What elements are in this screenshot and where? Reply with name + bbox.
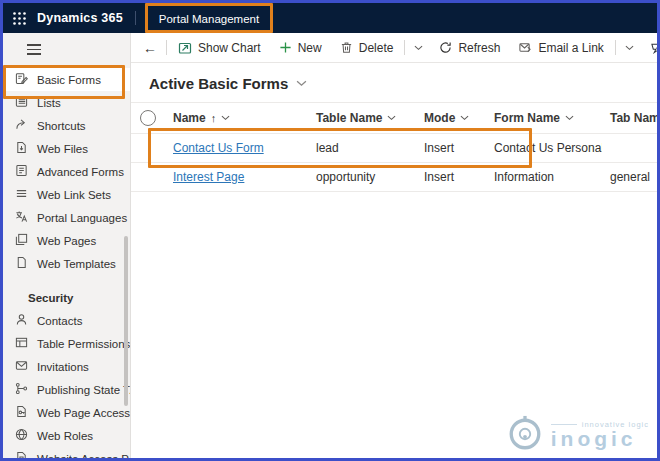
select-all-checkbox[interactable]: [140, 110, 156, 126]
sidebar-item-label: Advanced Forms: [37, 166, 124, 178]
sidebar-item-label: Web Page Access ...: [37, 407, 131, 419]
toolbar-divider: [615, 40, 616, 55]
delete-dropdown-chevron[interactable]: [407, 33, 430, 62]
app-title[interactable]: Dynamics 365: [37, 11, 123, 25]
page-title: Active Basic Forms: [149, 75, 288, 92]
new-button[interactable]: New: [270, 33, 331, 62]
sidebar-item-web-link-sets[interactable]: Web Link Sets: [3, 183, 130, 206]
page-key-icon: [15, 405, 28, 420]
sidebar-item-label: Contacts: [37, 315, 82, 327]
translate-icon: [15, 210, 28, 225]
sidebar-item-label: Publishing State T...: [37, 384, 131, 396]
flow-button[interactable]: Flow: [641, 33, 657, 62]
cell-form-name: Contact Us Personal ...: [486, 141, 602, 155]
sidebar-item-invitations[interactable]: Invitations: [3, 355, 130, 378]
table-row[interactable]: Interest Page opportunity Insert Informa…: [131, 163, 657, 192]
sidebar-item-label: Lists: [37, 97, 61, 109]
sidebar-item-web-pages[interactable]: Web Pages: [3, 229, 130, 252]
show-chart-label: Show Chart: [198, 41, 261, 55]
sidebar-item-label: Web Templates: [37, 258, 116, 270]
command-bar: ← Show Chart New Delete: [131, 33, 657, 63]
sidebar-item-label: Table Permissions: [37, 338, 130, 350]
chevron-down-icon: [414, 45, 423, 51]
column-header-mode[interactable]: Mode: [416, 111, 486, 125]
chevron-down-icon: [387, 115, 396, 121]
table-permissions-icon: [15, 336, 28, 351]
column-label: Mode: [424, 111, 455, 125]
sidebar-item-lists[interactable]: Lists: [3, 91, 130, 114]
refresh-icon: [439, 41, 452, 54]
form-edit-icon: [15, 72, 28, 87]
chevron-down-icon: [296, 80, 307, 87]
email-link-icon: [518, 41, 532, 54]
app-area-label[interactable]: Portal Management: [159, 13, 259, 25]
collapse-sitemap-button[interactable]: [3, 33, 130, 53]
inogic-logo-icon: [506, 414, 544, 454]
waffle-menu-icon[interactable]: [12, 11, 27, 26]
back-button[interactable]: ←: [138, 40, 164, 56]
view-selector[interactable]: Active Basic Forms: [131, 63, 657, 102]
sidebar-item-web-templates[interactable]: Web Templates: [3, 252, 130, 275]
list-icon: [15, 95, 28, 110]
sidebar-item-web-roles[interactable]: Web Roles: [3, 424, 130, 447]
column-label: Form Name: [494, 111, 560, 125]
sidebar-item-label: Shortcuts: [37, 120, 86, 132]
record-link[interactable]: Contact Us Form: [173, 141, 264, 155]
record-link[interactable]: Interest Page: [173, 170, 244, 184]
show-chart-icon: [178, 41, 192, 55]
watermark-tagline: innovative logic: [551, 420, 649, 429]
sidebar-item-web-files[interactable]: Web Files: [3, 137, 130, 160]
show-chart-button[interactable]: Show Chart: [169, 33, 270, 62]
sidebar-item-website-access[interactable]: Website Access P...: [3, 447, 130, 458]
sidebar-item-advanced-forms[interactable]: Advanced Forms: [3, 160, 130, 183]
cell-table-name: lead: [308, 141, 416, 155]
refresh-button[interactable]: Refresh: [430, 33, 509, 62]
toolbar-divider: [404, 40, 405, 55]
column-header-form-name[interactable]: Form Name: [486, 111, 602, 125]
sidebar-item-label: Web Roles: [37, 430, 93, 442]
branch-icon: [15, 382, 28, 397]
app-window: Dynamics 365 Portal Management Basic For…: [0, 0, 660, 461]
sidebar-item-label: Web Files: [37, 143, 88, 155]
column-header-name[interactable]: Name ↑: [165, 111, 308, 125]
template-page-icon: [15, 256, 28, 271]
sidebar-scrollbar-thumb[interactable]: [124, 236, 128, 406]
column-header-tab-name[interactable]: Tab Name: [602, 111, 657, 125]
sidebar-section-security: Security: [3, 287, 130, 309]
globe-icon: [15, 428, 28, 443]
sort-ascending-icon: ↑: [211, 112, 217, 124]
sidebar-item-publishing-state[interactable]: Publishing State T...: [3, 378, 130, 401]
column-label: Tab Name: [610, 111, 657, 125]
grid-header-row: Name ↑ Table Name Mode Form Name: [131, 102, 657, 134]
flow-icon: [650, 41, 657, 54]
sidebar-item-label: Portal Languages: [37, 212, 127, 224]
sidebar-item-basic-forms[interactable]: Basic Forms: [3, 68, 130, 91]
delete-button[interactable]: Delete: [331, 33, 403, 62]
email-a-link-button[interactable]: Email a Link: [509, 33, 612, 62]
topbar-divider: [135, 11, 136, 25]
column-label: Name: [173, 111, 206, 125]
sidebar-item-label: Website Access P...: [37, 453, 131, 459]
sidebar-item-portal-languages[interactable]: Portal Languages: [3, 206, 130, 229]
table-row[interactable]: Contact Us Form lead Insert Contact Us P…: [131, 134, 657, 163]
basic-forms-grid: Name ↑ Table Name Mode Form Name: [131, 102, 657, 192]
link-set-icon: [15, 187, 28, 202]
sidebar-item-contacts[interactable]: Contacts: [3, 309, 130, 332]
site-map-sidebar: Basic Forms Lists Shortcuts Web Files Ad…: [3, 33, 131, 458]
sidebar-item-label: Invitations: [37, 361, 89, 373]
sidebar-item-web-page-access[interactable]: Web Page Access ...: [3, 401, 130, 424]
cell-mode: Insert: [416, 170, 486, 184]
sidebar-item-table-permissions[interactable]: Table Permissions: [3, 332, 130, 355]
inogic-watermark: innovative logic inogic: [506, 414, 649, 454]
column-header-table-name[interactable]: Table Name: [308, 111, 416, 125]
email-dropdown-chevron[interactable]: [618, 33, 641, 62]
sidebar-nav: Basic Forms Lists Shortcuts Web Files Ad…: [3, 68, 130, 458]
file-download-icon: [15, 141, 28, 156]
advanced-form-icon: [15, 164, 28, 179]
cell-tab-name: general: [602, 170, 657, 184]
chevron-down-icon: [565, 115, 574, 121]
chevron-down-icon: [625, 45, 634, 51]
top-navigation-bar: Dynamics 365 Portal Management: [3, 3, 657, 33]
sidebar-item-shortcuts[interactable]: Shortcuts: [3, 114, 130, 137]
person-icon: [15, 313, 28, 328]
